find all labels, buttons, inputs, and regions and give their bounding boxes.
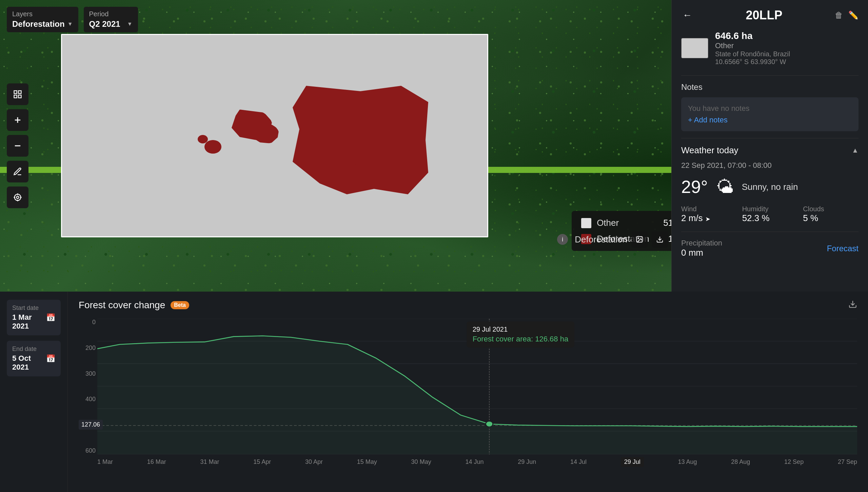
bottom-section: Start date 1 Mar 2021 📅 End date 5 Oct 2… <box>0 292 868 492</box>
svg-point-8 <box>15 194 21 201</box>
legend-image-button[interactable] <box>631 231 648 248</box>
weather-title: Weather today <box>681 145 738 156</box>
zoom-in-button[interactable] <box>7 109 28 131</box>
precip-info: Precipitation 0 mm <box>681 239 722 258</box>
x-label-29jul: 29 Jul <box>621 457 644 467</box>
wind-value: 2 m/s ➤ <box>681 213 737 223</box>
map-section: Layers Deforestation ▼ Period Q2 2021 ▼ <box>0 0 868 292</box>
x-label-29jun: 29 Jun <box>518 458 536 466</box>
zoom-out-button[interactable] <box>7 135 28 157</box>
x-label-14jul: 14 Jul <box>570 458 587 466</box>
info-icon[interactable]: i <box>557 234 568 245</box>
weather-description: Sunny, no rain <box>742 182 798 192</box>
x-label-31mar: 31 Mar <box>200 458 219 466</box>
chart-area: Forest cover change Beta 600 500 400 300… <box>68 292 868 492</box>
chart-title: Forest cover change <box>79 300 165 311</box>
property-area: 646.6 ha <box>715 31 790 41</box>
panel-edit-button[interactable]: ✏️ <box>848 11 859 20</box>
svg-point-32 <box>486 421 493 427</box>
x-label-1mar: 1 Mar <box>97 458 113 466</box>
notes-section-title: Notes <box>681 82 859 92</box>
property-card: 646.6 ha Other State of Rondônia, Brazil… <box>681 31 859 66</box>
svg-point-14 <box>638 238 639 239</box>
legend-deforestation-label: Deforestation <box>575 234 627 245</box>
deforestation-patch-5 <box>306 130 360 177</box>
divider-3 <box>681 232 859 232</box>
locate-button[interactable] <box>7 186 28 208</box>
period-arrow-icon: ▼ <box>127 21 133 27</box>
back-button[interactable]: ← <box>681 8 693 22</box>
layers-label: Layers <box>12 10 33 18</box>
period-dropdown[interactable]: Period Q2 2021 ▼ <box>84 7 138 32</box>
beta-badge: Beta <box>171 301 189 309</box>
legend-name-other: Other <box>597 218 644 228</box>
panel-delete-button[interactable]: 🗑 <box>835 11 843 20</box>
chart-y-labels: 600 500 400 300 200 0 <box>79 319 96 454</box>
end-date-label: End date <box>12 346 46 353</box>
humidity-value: 52.3 % <box>742 213 798 223</box>
layers-value: Deforestation ▼ <box>12 19 73 29</box>
right-panel: ← 20LLP 🗑 ✏️ 646.6 ha Other State of Ron… <box>671 0 868 292</box>
x-label-28aug: 28 Aug <box>731 458 750 466</box>
property-thumbnail <box>681 38 708 58</box>
svg-point-7 <box>17 196 19 199</box>
chart-header: Forest cover change Beta <box>79 300 857 311</box>
svg-rect-3 <box>18 95 21 98</box>
y-label-300: 300 <box>79 370 96 377</box>
property-state: State of Rondônia, Brazil <box>715 50 790 58</box>
y-label-0: 0 <box>79 319 96 326</box>
x-label-12sep: 12 Sep <box>784 458 804 466</box>
add-notes-link[interactable]: + Add notes <box>688 116 852 124</box>
period-label: Period <box>89 10 109 18</box>
precip-label: Precipitation <box>681 239 722 248</box>
precip-value: 0 mm <box>681 248 722 258</box>
forecast-link[interactable]: Forecast <box>827 244 859 253</box>
weather-header: Weather today ▲ <box>681 145 859 156</box>
panel-title: 20LLP <box>699 8 829 22</box>
wind-detail: Wind 2 m/s ➤ <box>681 205 737 223</box>
divider-1 <box>681 75 859 76</box>
svg-rect-2 <box>14 95 17 98</box>
weather-collapse-button[interactable]: ▲ <box>852 146 859 154</box>
panel-header: ← 20LLP 🗑 ✏️ <box>681 8 859 22</box>
svg-rect-1 <box>18 91 21 94</box>
end-date-field[interactable]: End date 5 Oct 2021 📅 <box>7 341 61 376</box>
property-coordinates: 10.6566° S 63.9930° W <box>715 58 790 66</box>
draw-button[interactable] <box>7 161 28 182</box>
legend-color-other <box>581 218 591 228</box>
y-label-400: 400 <box>79 396 96 403</box>
property-type: Other <box>715 41 790 50</box>
clouds-detail: Clouds 5 % <box>803 205 859 223</box>
divider-2 <box>681 138 859 138</box>
property-info: 646.6 ha Other State of Rondônia, Brazil… <box>715 31 790 66</box>
chart-download-button[interactable] <box>848 300 857 311</box>
precipitation-row: Precipitation 0 mm Forecast <box>681 239 859 258</box>
x-label-15apr: 15 Apr <box>253 458 271 466</box>
map-overlay-inner <box>62 35 487 236</box>
date-fields: Start date 1 Mar 2021 📅 End date 5 Oct 2… <box>0 292 68 492</box>
weather-datetime: 22 Sep 2021, 07:00 - 08:00 <box>681 161 859 170</box>
x-label-30apr: 30 Apr <box>305 458 323 466</box>
end-date-info: End date 5 Oct 2021 <box>12 346 46 372</box>
start-date-calendar-icon: 📅 <box>46 313 55 322</box>
start-date-info: Start date 1 Mar 2021 <box>12 304 46 331</box>
legend-download-button[interactable] <box>652 231 668 248</box>
y-label-600: 600 <box>79 447 96 454</box>
notes-box: You have no notes + Add notes <box>681 97 859 131</box>
weather-details: Wind 2 m/s ➤ Humidity 52.3 % Clouds 5 % <box>681 205 859 223</box>
clouds-label: Clouds <box>803 205 859 213</box>
x-label-16mar: 16 Mar <box>147 458 166 466</box>
weather-main: 29° 🌤 Sunny, no rain <box>681 177 859 197</box>
start-date-field[interactable]: Start date 1 Mar 2021 📅 <box>7 300 61 335</box>
left-toolbar <box>7 83 28 208</box>
chart-x-labels: 1 Mar 16 Mar 31 Mar 15 Apr 30 Apr 15 May… <box>97 456 857 468</box>
deforestation-map-overlay <box>61 34 488 237</box>
end-date-calendar-icon: 📅 <box>46 354 55 363</box>
chart-svg <box>97 319 857 454</box>
layers-dropdown[interactable]: Layers Deforestation ▼ <box>7 7 78 32</box>
layers-toggle-button[interactable] <box>7 83 28 105</box>
weather-temperature: 29° <box>681 177 708 197</box>
start-date-value: 1 Mar 2021 <box>12 313 46 331</box>
y-label-200: 200 <box>79 345 96 352</box>
y-axis-value-label: 127.06 <box>79 420 103 430</box>
